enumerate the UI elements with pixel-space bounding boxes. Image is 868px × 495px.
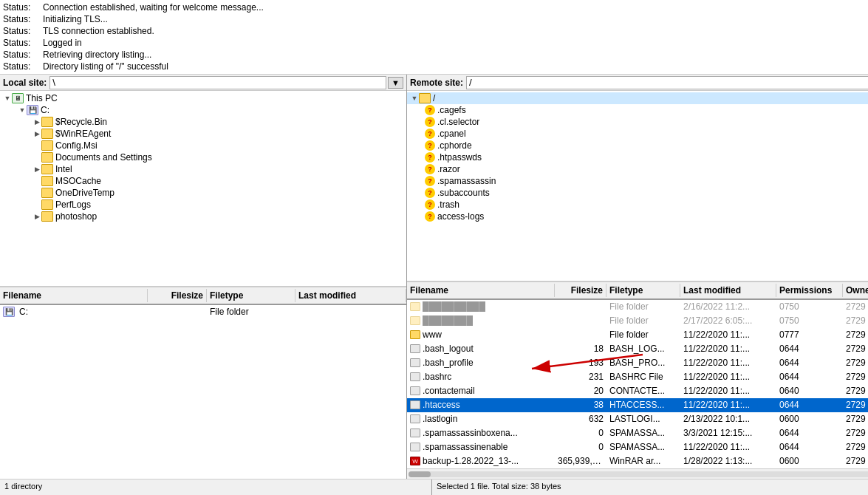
tree-item-msocache[interactable]: ▶ MSOCache [0,175,406,187]
right-header-filetype[interactable]: Filetype [606,284,680,297]
scroll-thumb[interactable] [409,471,431,477]
right-file-row-7[interactable]: .htaccess 38 HTACCESS... 11/22/2020 11:.… [407,398,868,412]
status-label-3: Status: [3,25,40,37]
tree-item-htpasswds[interactable]: ? .htpasswds [407,151,868,163]
tree-item-root[interactable]: ▼ / [407,92,868,104]
right-perms-3: 0644 [776,343,843,355]
left-header-filename[interactable]: Filename [0,289,148,302]
expand-intel[interactable]: ▶ [33,165,41,173]
q-icon-subaccounts: ? [425,188,435,198]
tree-item-subaccounts[interactable]: ? .subaccounts [407,187,868,199]
left-panel: Local site: ▼ ▼ 🖥 This PC ▼ 💾 C: [0,75,407,479]
right-file-row-2[interactable]: www File folder 11/22/2020 11:... 0777 2… [407,328,868,342]
right-header-filesize[interactable]: Filesize [555,284,606,297]
right-header-perms[interactable]: Permissions [776,284,843,297]
local-site-dropdown[interactable]: ▼ [388,77,403,89]
right-filesize-7: 38 [555,399,606,411]
tree-item-cpanel[interactable]: ? .cpanel [407,128,868,140]
local-site-path[interactable] [49,76,386,89]
left-file-row-c[interactable]: 💾 C: File folder [0,305,406,319]
right-file-row-1[interactable]: ████████ File folder 2/17/2022 6:05:... … [407,314,868,328]
expand-c[interactable]: ▼ [18,106,27,114]
tree-item-perflogs[interactable]: ▶ PerfLogs [0,199,406,211]
remote-tree[interactable]: ▼ / ? .cagefs ? .cl.selector ? .cpanel [407,91,868,281]
right-modified-1: 2/17/2022 6:05:... [680,315,776,327]
expand-root[interactable]: ▼ [410,95,419,102]
right-modified-0: 2/16/2022 11:2... [680,301,776,313]
right-header-filename[interactable]: Filename [407,284,555,297]
remote-site-bar: Remote site: ▼ [407,75,868,91]
right-file-row-11[interactable]: W backup-1.28.2022_13-... 365,939,722 Wi… [407,454,868,468]
q-icon-cphorde: ? [425,140,435,151]
left-file-table[interactable]: 💾 C: File folder [0,305,406,479]
right-header-owner[interactable]: Owner/Group [843,284,868,297]
remote-site-path[interactable] [466,76,868,89]
expand-recycle[interactable]: ▶ [33,118,41,126]
expand-thispc[interactable]: ▼ [3,95,12,102]
q-icon-trash: ? [425,199,435,210]
tree-item-photoshop[interactable]: ▶ photoshop [0,211,406,222]
right-filesize-5: 231 [555,371,606,383]
expand-winre[interactable]: ▶ [33,130,41,137]
tree-item-clselector[interactable]: ? .cl.selector [407,116,868,128]
tree-item-recycle[interactable]: ▶ $Recycle.Bin [0,116,406,128]
right-modified-9: 3/3/2021 12:15:... [680,427,776,439]
tree-item-cagefs[interactable]: ? .cagefs [407,104,868,116]
tree-item-onedrive[interactable]: ▶ OneDriveTemp [0,187,406,199]
right-filesize-9: 0 [555,427,606,439]
right-file-row-4[interactable]: .bash_profile 193 BASH_PRO... 11/22/2020… [407,356,868,370]
expand-photoshop[interactable]: ▶ [33,213,41,220]
right-file-row-3[interactable]: .bash_logout 18 BASH_LOG... 11/22/2020 1… [407,342,868,356]
tree-label-root: / [433,93,435,103]
right-filesize-4: 193 [555,357,606,369]
right-file-row-5[interactable]: .bashrc 231 BASHRC File 11/22/2020 11:..… [407,370,868,384]
right-modified-6: 11/22/2020 11:... [680,385,776,397]
tree-item-intel[interactable]: ▶ Intel [0,163,406,175]
status-line-2: Status: Initializing TLS... [3,13,865,25]
tree-item-configmsi[interactable]: ▶ Config.Msi [0,140,406,151]
tree-item-winre[interactable]: ▶ $WinREAgent [0,128,406,140]
tree-item-docs[interactable]: ▶ Documents and Settings [0,151,406,163]
scroll-track [409,471,868,477]
right-filetype-8: LASTLOGI... [606,413,680,425]
tree-label-c: C: [41,105,49,115]
right-file-row-10[interactable]: .spamassassinenable 0 SPAMASSA... 11/22/… [407,440,868,454]
tree-item-accesslogs[interactable]: ? access-logs [407,211,868,222]
tree-label-thispc: This PC [26,93,58,103]
right-filesize-3: 18 [555,343,606,355]
left-col-headers: Filename Filesize Filetype Last modified [0,287,406,305]
q-icon-clselector: ? [425,117,435,127]
left-header-modified[interactable]: Last modified [295,289,406,302]
right-owner-3: 2729 2734 [843,343,868,355]
right-owner-10: 2729 2734 [843,441,868,453]
right-file-row-6[interactable]: .contactemail 20 CONTACTE... 11/22/2020 … [407,384,868,398]
right-filetype-2: File folder [606,329,680,341]
q-icon-spamassassin: ? [425,176,435,186]
right-file-row-8[interactable]: .lastlogin 632 LASTLOGI... 2/13/2022 10:… [407,412,868,426]
tree-item-razor[interactable]: ? .razor [407,163,868,175]
right-owner-6: 2729 2734 [843,385,868,397]
right-owner-1: 2729 99 [843,315,868,327]
right-perms-8: 0600 [776,413,843,425]
right-owner-8: 2729 2734 [843,413,868,425]
horizontal-scrollbar[interactable] [407,468,868,479]
tree-item-cphorde[interactable]: ? .cphorde [407,140,868,151]
right-file-table[interactable]: ██████████ File folder 2/16/2022 11:2...… [407,300,868,468]
right-file-row-0[interactable]: ██████████ File folder 2/16/2022 11:2...… [407,300,868,314]
folder-icon-perflogs [41,199,53,210]
right-filename-5: .bashrc [407,371,555,383]
status-value-5: Retrieving directory listing... [43,49,151,61]
local-tree[interactable]: ▼ 🖥 This PC ▼ 💾 C: ▶ $Recycle.Bin ▶ [0,91,406,287]
left-filesize-c [148,311,207,313]
left-header-filesize[interactable]: Filesize [148,289,207,302]
tree-item-c[interactable]: ▼ 💾 C: [0,104,406,116]
tree-item-thispc[interactable]: ▼ 🖥 This PC [0,92,406,104]
right-file-row-9[interactable]: .spamassassinboxena... 0 SPAMASSA... 3/3… [407,426,868,440]
tree-item-trash[interactable]: ? .trash [407,199,868,211]
tree-label-docs: Documents and Settings [55,152,152,163]
right-filename-1: ████████ [407,315,555,327]
tree-item-spamassassin[interactable]: ? .spamassassin [407,175,868,187]
right-perms-2: 0777 [776,329,843,341]
left-header-filetype[interactable]: Filetype [207,289,295,302]
right-header-modified[interactable]: Last modified [680,284,776,297]
